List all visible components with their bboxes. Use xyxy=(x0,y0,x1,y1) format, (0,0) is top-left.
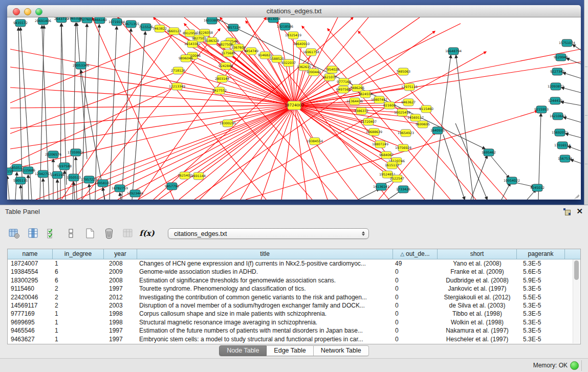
graph-node[interactable]: 15751074 xyxy=(559,39,575,47)
graph-node[interactable]: 16210643 xyxy=(550,113,566,120)
row-height-icon[interactable] xyxy=(65,227,77,239)
table-vertical-scrollbar[interactable] xyxy=(573,259,580,343)
graph-node[interactable]: 10025458 xyxy=(394,109,410,116)
close-panel-icon[interactable]: ✕ xyxy=(576,207,583,216)
graph-node[interactable]: 7386372 xyxy=(354,107,368,115)
selection-mode-icon[interactable] xyxy=(46,227,58,239)
graph-node[interactable]: 9129946 xyxy=(554,54,568,61)
column-header-name[interactable]: name xyxy=(8,249,53,259)
float-panel-icon[interactable] xyxy=(563,208,571,215)
graph-node[interactable]: 7485063 xyxy=(396,68,410,75)
graph-node[interactable]: 2803144 xyxy=(215,75,229,82)
graph-node[interactable]: 19756928 xyxy=(395,144,411,151)
graph-node[interactable]: 9463627 xyxy=(401,99,416,106)
graph-node[interactable]: 16033809 xyxy=(204,17,220,24)
graph-node[interactable]: 2522547 xyxy=(390,175,404,182)
table-row[interactable]: 1456911722003Disruption of a novel membe… xyxy=(8,301,580,310)
graph-node[interactable]: 9115460 xyxy=(419,105,433,113)
graph-node[interactable]: 7463822 xyxy=(153,25,167,32)
graph-node[interactable]: 15692071 xyxy=(552,129,568,136)
graph-node[interactable]: 19654923 xyxy=(398,129,414,137)
network-window-titlebar[interactable]: citations_edges.txt xyxy=(7,5,581,17)
table-row[interactable]: 911546021997Tourette syndrome. Phenomeno… xyxy=(8,285,580,293)
graph-node[interactable]: 12093872 xyxy=(548,83,564,90)
graph-node[interactable]: 1145194 xyxy=(50,171,64,179)
graph-node[interactable]: 17016514 xyxy=(554,142,571,149)
graph-node[interactable]: 1615112 xyxy=(385,162,399,169)
graph-node[interactable]: 9699695 xyxy=(416,121,430,128)
table-row[interactable]: 1830029562008Estimation of significance … xyxy=(8,276,580,285)
graph-node[interactable]: 2718126 xyxy=(171,67,185,74)
graph-node[interactable]: 1691144 xyxy=(191,172,206,180)
table-row[interactable]: 2242004622012Investigating the contribut… xyxy=(8,293,580,301)
function-builder-icon[interactable]: f(x) xyxy=(141,227,153,239)
graph-node[interactable]: 19218586 xyxy=(277,23,293,30)
graph-node[interactable]: 18640910 xyxy=(293,40,310,48)
graph-node[interactable]: 9242848 xyxy=(219,62,233,70)
graph-node[interactable]: 17359924 xyxy=(68,149,84,156)
column-header-short[interactable]: short xyxy=(438,249,517,259)
graph-node[interactable]: 9896046 xyxy=(179,55,193,62)
graph-node[interactable]: 9457791 xyxy=(165,183,179,190)
graph-node[interactable]: 3824554 xyxy=(358,91,373,98)
table-row[interactable]: 946362711997Embryonic stem cells: a mode… xyxy=(8,335,580,343)
graph-node[interactable]: 1115686 xyxy=(21,167,35,174)
tab-edge-table[interactable]: Edge Table xyxy=(267,345,313,356)
graph-node[interactable]: 1733426 xyxy=(396,186,410,193)
tab-network-table[interactable]: Network Table xyxy=(314,345,369,356)
graph-node[interactable]: 7515526 xyxy=(139,24,153,31)
graph-node[interactable]: 20691406 xyxy=(35,17,51,25)
graph-node[interactable]: 1244419 xyxy=(548,97,562,104)
graph-node[interactable]: 2643719 xyxy=(54,17,69,23)
graph-node[interactable]: 9245012 xyxy=(530,184,545,191)
graph-node[interactable]: 16961758 xyxy=(303,49,319,56)
graph-node[interactable]: 1621072 xyxy=(322,74,337,81)
table-row[interactable]: 1938455462009Genome-wide association stu… xyxy=(8,268,580,276)
scrollbar-thumb[interactable] xyxy=(574,260,579,280)
table-row[interactable]: 977716911998Corpus callosum shape and si… xyxy=(8,310,580,318)
column-header-pagerank[interactable]: pagerank xyxy=(517,249,565,259)
column-visibility-icon[interactable] xyxy=(27,227,39,239)
graph-node[interactable]: 6497568 xyxy=(336,86,351,93)
table-row[interactable]: 969969511998Structural magnetic resonanc… xyxy=(8,318,580,326)
table-row[interactable]: 946554611997Estimation of the future num… xyxy=(8,326,580,335)
graph-node[interactable]: 8186328 xyxy=(205,37,219,45)
graph-node[interactable]: 6466160 xyxy=(93,17,107,24)
graph-node[interactable]: 2367608 xyxy=(231,44,246,51)
table-settings-icon[interactable] xyxy=(8,227,20,239)
graph-node[interactable]: 14569117 xyxy=(407,114,424,121)
column-header-indegree[interactable]: in_degree xyxy=(53,249,104,259)
graph-node[interactable]: 12942757 xyxy=(35,170,51,178)
graph-node[interactable]: 15720407 xyxy=(360,118,377,125)
graph-node[interactable]: 9197588 xyxy=(57,163,72,170)
graph-node[interactable]: 18807249 xyxy=(372,141,388,148)
graph-node[interactable]: 9827508 xyxy=(219,41,233,48)
graph-node[interactable]: 16648794 xyxy=(445,48,462,55)
delete-table-icon[interactable] xyxy=(103,227,115,239)
graph-node[interactable]: 1640935 xyxy=(430,127,445,134)
graph-node[interactable]: 18325419 xyxy=(285,32,301,39)
graph-node[interactable]: 9660123 xyxy=(167,28,181,35)
graph-node[interactable]: 8454749 xyxy=(244,48,258,55)
graph-node[interactable]: 9215953 xyxy=(534,106,549,113)
graph-node[interactable]: 7954028 xyxy=(325,66,339,73)
graph-node[interactable]: 9777169 xyxy=(337,78,351,85)
graph-node[interactable]: 1695462 xyxy=(482,149,496,156)
window-resize-grip[interactable] xyxy=(573,191,580,199)
graph-node[interactable]: 3175685 xyxy=(221,50,235,57)
graph-node[interactable]: 7857224 xyxy=(226,24,241,31)
table-row[interactable]: 1872400712008Changes of HCN gene express… xyxy=(8,259,580,268)
graph-node[interactable]: 939159 xyxy=(7,168,13,175)
table-selector-dropdown[interactable]: citations_edges.txt xyxy=(168,228,369,239)
new-table-icon[interactable] xyxy=(84,227,96,239)
graph-node[interactable]: 9684067 xyxy=(379,151,394,159)
graph-node[interactable]: 8427552 xyxy=(212,87,227,94)
column-header-year[interactable]: year xyxy=(104,249,137,259)
graph-node[interactable]: 9227343 xyxy=(550,68,564,75)
graph-node[interactable]: 18300295 xyxy=(220,120,236,127)
graph-node[interactable]: 12975115 xyxy=(401,83,418,91)
graph-node[interactable]: 1350513 xyxy=(67,174,81,181)
column-header-title[interactable]: title xyxy=(137,249,393,259)
citation-network-graph[interactable]: 9435572206914062643719106532871527602164… xyxy=(7,17,581,200)
graph-node[interactable]: 9390443 xyxy=(307,69,321,76)
